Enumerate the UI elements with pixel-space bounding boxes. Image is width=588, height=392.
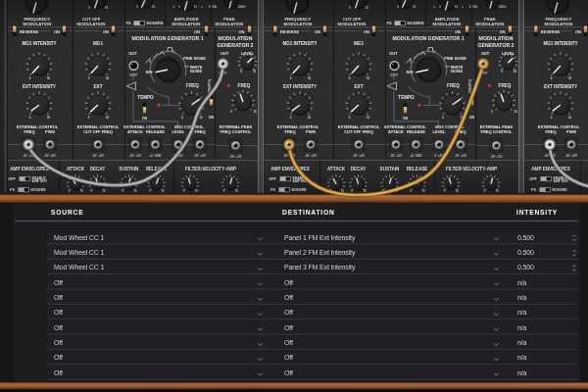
svg-text:n/a: n/a — [517, 339, 527, 346]
svg-text:n/a: n/a — [517, 279, 527, 286]
svg-text:Off: Off — [54, 294, 63, 301]
svg-text:Panel 3 FM Ext Intensity: Panel 3 FM Ext Intensity — [284, 264, 356, 271]
svg-text:0.500: 0.500 — [517, 264, 534, 270]
svg-text:n/a: n/a — [517, 354, 527, 361]
svg-text:Off: Off — [284, 369, 293, 376]
svg-text:Panel 1 FM Ext Intensity: Panel 1 FM Ext Intensity — [284, 234, 356, 242]
svg-text:Off: Off — [54, 324, 63, 331]
svg-text:Off: Off — [54, 279, 63, 286]
svg-text:Off: Off — [284, 324, 293, 331]
svg-text:Mod Wheel CC 1: Mod Wheel CC 1 — [54, 249, 104, 256]
svg-text:DESTINATION: DESTINATION — [282, 209, 335, 216]
svg-text:Off: Off — [284, 354, 293, 361]
svg-text:n/a: n/a — [517, 309, 527, 316]
svg-text:Off: Off — [54, 369, 63, 376]
svg-text:Mod Wheel CC 1: Mod Wheel CC 1 — [54, 234, 104, 241]
svg-text:Off: Off — [54, 354, 63, 361]
svg-text:Off: Off — [54, 339, 63, 346]
svg-text:SOURCE: SOURCE — [51, 209, 83, 216]
svg-text:Mod Wheel CC 1: Mod Wheel CC 1 — [54, 264, 104, 270]
svg-text:Panel 2 FM Ext Intensity: Panel 2 FM Ext Intensity — [284, 249, 356, 257]
svg-text:0.500: 0.500 — [517, 249, 534, 256]
svg-text:Off: Off — [284, 309, 293, 316]
svg-text:n/a: n/a — [517, 324, 527, 331]
svg-text:0.500: 0.500 — [517, 234, 534, 241]
svg-text:INTENSITY: INTENSITY — [516, 209, 558, 216]
svg-text:Off: Off — [54, 309, 63, 316]
svg-text:n/a: n/a — [517, 294, 527, 301]
svg-text:Off: Off — [284, 279, 293, 286]
svg-text:Off: Off — [284, 294, 293, 301]
svg-text:n/a: n/a — [517, 369, 527, 376]
svg-text:Off: Off — [284, 339, 293, 346]
